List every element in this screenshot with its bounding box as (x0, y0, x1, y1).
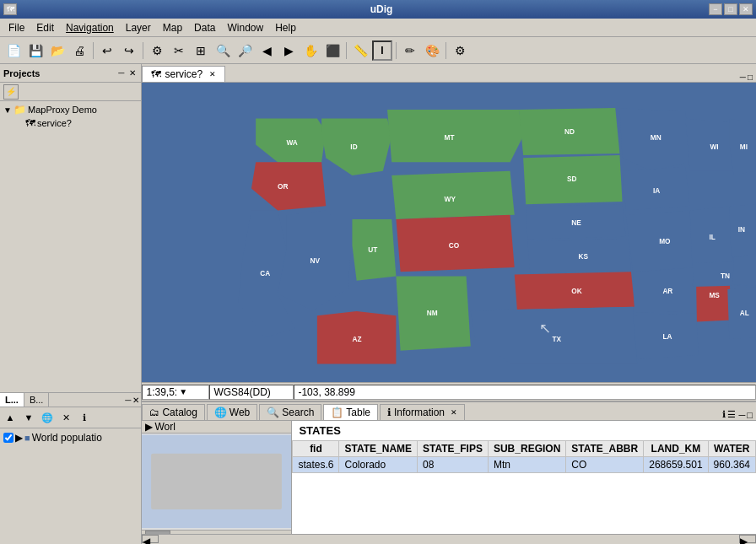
layer-add-btn[interactable]: 🌐 (39, 409, 56, 426)
layer-color-icon: ■ (24, 433, 30, 443)
tool2-btn[interactable]: ✂ (169, 40, 189, 61)
projects-tree: ▼ 📁 MapProxy Demo 🗺 service? (0, 101, 141, 392)
map-maximize-btn[interactable]: □ (748, 73, 753, 82)
map-minimize-btn[interactable]: ─ (740, 73, 746, 82)
tab-catalog[interactable]: 🗂 Catalog (142, 404, 204, 420)
col-fid[interactable]: fid (293, 441, 339, 457)
map-tab-close-btn[interactable]: ✕ (209, 70, 216, 78)
tree-item-mapproxy[interactable]: ▼ 📁 MapProxy Demo (2, 103, 139, 116)
state-ky (733, 254, 756, 284)
col-sub-region[interactable]: SUB_REGION (488, 441, 565, 457)
pan-btn[interactable]: ✋ (300, 40, 321, 61)
map-tab-icon: 🗺 (151, 68, 161, 80)
tab-table[interactable]: 📋 Table (323, 404, 378, 420)
menu-data[interactable]: Data (189, 20, 220, 35)
map-status-bar: 1:39,5: ▼ WGS84(DD) -103, 38.899 (142, 382, 756, 401)
bottom-minimize-btn[interactable]: ─ (739, 410, 746, 420)
tool1-btn[interactable]: ⚙ (147, 40, 167, 61)
state-al (728, 287, 756, 339)
projects-close-btn[interactable]: ✕ (127, 67, 138, 78)
scroll-left-btn[interactable]: ◀ (142, 535, 159, 543)
world-thumb-label: Worl (154, 421, 175, 433)
table-title: STATES (292, 421, 756, 440)
menu-navigation[interactable]: Navigation (61, 20, 119, 35)
tab-web[interactable]: 🌐 Web (207, 404, 257, 420)
bottom-scrollbar[interactable]: ◀ ▶ (142, 534, 756, 544)
menu-layer[interactable]: Layer (121, 20, 156, 35)
layer-checkbox-world[interactable] (3, 433, 14, 443)
col-land-km[interactable]: LAND_KM (644, 441, 708, 457)
maximize-button[interactable]: □ (724, 3, 737, 15)
bottom-maximize-btn[interactable]: □ (747, 410, 753, 420)
menu-help[interactable]: Help (270, 20, 301, 35)
catalog-icon: 🗂 (149, 407, 159, 418)
list-view-btn[interactable]: ☰ (727, 409, 736, 420)
new-btn[interactable]: 📄 (3, 40, 24, 61)
tab-layers[interactable]: L... (0, 393, 24, 407)
scroll-track (159, 535, 739, 544)
tab-search[interactable]: 🔍 Search (259, 404, 321, 420)
col-state-fips[interactable]: STATE_FIPS (418, 441, 489, 457)
map-canvas[interactable]: WA OR CA ID MT WY (142, 83, 756, 382)
state-ut (353, 219, 397, 281)
minimize-button[interactable]: − (709, 3, 722, 15)
web-label: Web (230, 407, 250, 418)
menu-window[interactable]: Window (222, 20, 268, 35)
info-btn[interactable]: I (372, 40, 392, 61)
layer-up-btn[interactable]: ▲ (2, 409, 19, 426)
tab-bookmarks[interactable]: B... (24, 393, 50, 407)
zoom-dropdown[interactable]: ▼ (179, 387, 187, 396)
layer-item-world[interactable]: ▶ ■ World populatio (2, 430, 139, 445)
layers-minimize-btn[interactable]: ─ (125, 396, 131, 405)
select-btn[interactable]: ⬛ (322, 40, 343, 61)
prev-btn[interactable]: ◀ (256, 40, 277, 61)
crs-field[interactable]: WGS84(DD) (209, 385, 294, 400)
col-state-abbr[interactable]: STATE_ABBR (566, 441, 644, 457)
col-state-name[interactable]: STATE_NAME (339, 441, 418, 457)
print-btn[interactable]: 🖨 (69, 40, 89, 61)
layer-delete-btn[interactable]: ✕ (57, 409, 74, 426)
layer-info-btn[interactable]: ℹ (76, 409, 93, 426)
redo-btn[interactable]: ↪ (119, 40, 139, 61)
edit2-btn[interactable]: ✏ (400, 40, 420, 61)
col-water[interactable]: WATER (708, 441, 755, 457)
svg-text:↖: ↖ (539, 320, 551, 337)
tree-item-service[interactable]: 🗺 service? (2, 116, 139, 130)
menu-map[interactable]: Map (158, 20, 187, 35)
layer-down-btn[interactable]: ▼ (20, 409, 37, 426)
info-btn-right[interactable]: ℹ (722, 409, 726, 420)
projects-collapse-btn[interactable]: ⚡ (3, 84, 19, 100)
undo-btn[interactable]: ↩ (97, 40, 117, 61)
info-close-btn[interactable]: ✕ (451, 408, 457, 417)
layer-label-world: World populatio (32, 432, 102, 444)
us-map-svg: WA OR CA ID MT WY (142, 83, 756, 382)
open-btn[interactable]: 📂 (47, 40, 68, 61)
zoom-field[interactable]: 1:39,5: ▼ (142, 385, 209, 400)
save-btn[interactable]: 💾 (25, 40, 46, 61)
map-tab-label: service? (165, 68, 202, 80)
extra-btn[interactable]: ⚙ (450, 40, 470, 61)
layers-content: ▶ ■ World populatio (0, 428, 141, 544)
state-in (730, 204, 756, 256)
coords-value: -103, 38.899 (298, 386, 354, 398)
bottom-content: ▶ Worl STATES (142, 421, 756, 534)
close-button[interactable]: ✕ (739, 3, 753, 15)
next-btn[interactable]: ▶ (278, 40, 299, 61)
data-table: fid STATE_NAME STATE_FIPS SUB_REGION STA… (292, 440, 756, 473)
menu-file[interactable]: File (3, 20, 30, 35)
menu-edit[interactable]: Edit (31, 20, 59, 35)
zoomout-btn[interactable]: 🔎 (235, 40, 255, 61)
measure-btn[interactable]: 📏 (350, 40, 370, 61)
projects-toolbar: ⚡ (0, 83, 141, 101)
fullext-btn[interactable]: ⊞ (191, 40, 211, 61)
map-tab-service[interactable]: 🗺 service? ✕ (142, 66, 225, 82)
map-tab-bar: 🗺 service? ✕ ─ □ (142, 64, 756, 83)
style-btn[interactable]: 🎨 (422, 40, 442, 61)
zoomin-btn[interactable]: 🔍 (213, 40, 233, 61)
sep2 (143, 42, 143, 59)
scroll-right-btn[interactable]: ▶ (739, 535, 756, 543)
table-row[interactable]: states.6 Colorado 08 Mtn CO 268659.501 9… (293, 457, 756, 473)
layers-close-btn[interactable]: ✕ (132, 396, 139, 405)
projects-minimize-btn[interactable]: ─ (116, 67, 126, 78)
tab-information[interactable]: ℹ Information ✕ (380, 404, 465, 420)
